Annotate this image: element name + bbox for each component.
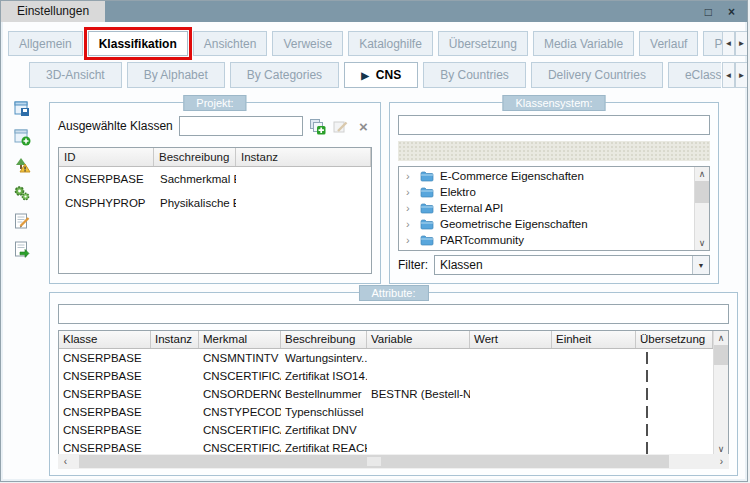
tab-media-variable[interactable]: Media Variable bbox=[533, 31, 634, 56]
expand-chevron-icon[interactable]: › bbox=[406, 202, 414, 214]
scrollbar-thumb[interactable] bbox=[714, 345, 728, 365]
column-header-merkmal[interactable]: Merkmal bbox=[199, 331, 281, 348]
secondary-tab-bar: 3D-Ansicht By Alphabet By Categories ▶ C… bbox=[29, 62, 721, 88]
component-warning-icon[interactable] bbox=[13, 156, 31, 174]
attribute-search-input[interactable] bbox=[58, 304, 729, 324]
column-header-instanz[interactable]: Instanz bbox=[151, 331, 199, 348]
scroll-up-icon[interactable]: ∧ bbox=[714, 331, 728, 345]
attribute-table-header: Klasse Instanz Merkmal Beschreibung Vari… bbox=[59, 331, 713, 349]
filter-row: Filter: Klassen ▼ bbox=[398, 255, 710, 275]
tree-item-geometrische[interactable]: › Geometrische Eigenschaften bbox=[399, 216, 694, 232]
tab-by-countries[interactable]: By Countries bbox=[423, 62, 526, 88]
scrollbar-thumb[interactable] bbox=[695, 181, 709, 203]
tab-uebersetzung[interactable]: Übersetzung bbox=[438, 31, 528, 56]
scroll-down-icon[interactable]: ∨ bbox=[695, 236, 709, 250]
uebersetzung-checkbox[interactable] bbox=[646, 442, 648, 454]
attribute-caption: Attribute: bbox=[358, 285, 428, 301]
tab-delivery-countries[interactable]: Delivery Countries bbox=[531, 62, 663, 88]
selected-classes-row: Ausgewählte Klassen × bbox=[58, 116, 372, 136]
tree-item-ecommerce[interactable]: › E-Commerce Eigenschaften bbox=[399, 168, 694, 184]
tab-verweise[interactable]: Verweise bbox=[272, 31, 343, 56]
attribute-panel: Attribute: Klasse Instanz Merkmal Beschr… bbox=[49, 292, 738, 476]
hscroll-track[interactable] bbox=[73, 454, 714, 469]
table-row[interactable]: CNSERPBASE CNSORDERNO Bestellnummer BEST… bbox=[59, 385, 713, 403]
projekt-table-header: ID Beschreibung Instanz bbox=[59, 148, 371, 167]
folder-icon bbox=[420, 235, 434, 246]
scroll-up-icon[interactable]: ∧ bbox=[695, 167, 709, 181]
tree-item-partcommunity[interactable]: › PARTcommunity bbox=[399, 232, 694, 248]
tab-eclass-41[interactable]: eClass 4.1 bbox=[668, 62, 721, 88]
play-icon: ▶ bbox=[361, 70, 369, 81]
filter-dropdown[interactable]: Klassen ▼ bbox=[434, 255, 710, 275]
chevron-down-icon[interactable]: ▼ bbox=[692, 256, 709, 274]
tab-by-alphabet[interactable]: By Alphabet bbox=[127, 62, 225, 88]
uebersetzung-checkbox[interactable] bbox=[646, 424, 648, 436]
uebersetzung-checkbox[interactable] bbox=[646, 388, 648, 400]
uebersetzung-checkbox[interactable] bbox=[646, 370, 648, 382]
filter-value: Klassen bbox=[435, 258, 692, 272]
table-row[interactable]: CNSERPBASE CNSCERTIFICA... Zertifikat DN… bbox=[59, 421, 713, 439]
close-icon[interactable]: × bbox=[728, 6, 735, 18]
tree-item-list: › E-Commerce Eigenschaften › Elektro › E… bbox=[399, 167, 694, 250]
tab-scroll-right-icon[interactable]: ► bbox=[735, 62, 748, 88]
klassensystem-caption: Klassensystem: bbox=[502, 95, 605, 111]
tab-kataloghilfe[interactable]: Kataloghilfe bbox=[348, 31, 433, 56]
tab-allgemein[interactable]: Allgemein bbox=[8, 31, 83, 56]
scroll-left-icon[interactable]: ‹ bbox=[58, 454, 73, 469]
column-header-beschreibung[interactable]: Beschreibung bbox=[154, 148, 236, 166]
document-edit-icon[interactable] bbox=[13, 212, 31, 230]
attribute-table-main: Klasse Instanz Merkmal Beschreibung Vari… bbox=[59, 331, 713, 456]
tab-scroll-left-icon[interactable]: ◄ bbox=[722, 31, 735, 56]
selected-classes-input[interactable] bbox=[179, 116, 303, 136]
column-header-instanz[interactable]: Instanz bbox=[236, 148, 371, 166]
tab-scroll-right-icon[interactable]: ► bbox=[735, 31, 748, 56]
klassensystem-panel: Klassensystem: › E-Commerce Eigenschafte… bbox=[389, 102, 719, 284]
column-header-id[interactable]: ID bbox=[59, 148, 154, 166]
selected-classes-label: Ausgewählte Klassen bbox=[58, 119, 173, 133]
attribute-hscrollbar: ‹ › bbox=[58, 454, 729, 469]
column-header-uebersetzung[interactable]: Übersetzung bbox=[636, 331, 713, 348]
tab-3d-ansicht[interactable]: 3D-Ansicht bbox=[29, 62, 122, 88]
expand-chevron-icon[interactable]: › bbox=[406, 234, 414, 246]
tab-scroll-left-icon[interactable]: ◄ bbox=[722, 62, 735, 88]
tab-by-categories[interactable]: By Categories bbox=[230, 62, 339, 88]
table-row[interactable]: CNSPHYPROP Physikalische Ei... bbox=[59, 191, 371, 215]
filter-label: Filter: bbox=[398, 258, 428, 272]
tab-verlauf[interactable]: Verlauf bbox=[639, 31, 698, 56]
process-gears-icon[interactable] bbox=[13, 184, 31, 202]
maximize-icon[interactable]: □ bbox=[705, 6, 712, 18]
tab-cns[interactable]: ▶ CNS bbox=[344, 62, 418, 88]
scroll-right-icon[interactable]: › bbox=[714, 454, 729, 469]
tab-ansichten[interactable]: Ansichten bbox=[193, 31, 268, 56]
attribute-table: Klasse Instanz Merkmal Beschreibung Vari… bbox=[58, 330, 729, 457]
expand-chevron-icon[interactable]: › bbox=[406, 186, 414, 198]
table-row[interactable]: CNSERPBASE Sachmerkmal Ei... bbox=[59, 167, 371, 191]
expand-chevron-icon[interactable]: › bbox=[406, 218, 414, 230]
scrollbar-gripper bbox=[367, 457, 381, 466]
expand-chevron-icon[interactable]: › bbox=[406, 170, 414, 182]
uebersetzung-checkbox[interactable] bbox=[646, 406, 648, 418]
tab-klassifikation[interactable]: Klassifikation bbox=[88, 31, 188, 56]
add-class-icon[interactable] bbox=[309, 118, 326, 135]
uebersetzung-checkbox[interactable] bbox=[646, 352, 648, 364]
column-header-einheit[interactable]: Einheit bbox=[552, 331, 636, 348]
tree-item-external-api[interactable]: › External API bbox=[399, 200, 694, 216]
table-row[interactable]: CNSERPBASE CNSMNTINTV Wartungsinterv... bbox=[59, 349, 713, 367]
scrollbar-thumb[interactable] bbox=[79, 455, 669, 468]
column-header-beschreibung[interactable]: Beschreibung bbox=[281, 331, 367, 348]
projekt-table: ID Beschreibung Instanz CNSERPBASE Sachm… bbox=[58, 147, 372, 274]
form-save-icon[interactable] bbox=[13, 100, 31, 118]
form-add-icon[interactable] bbox=[13, 128, 31, 146]
klassensystem-search-input[interactable] bbox=[398, 115, 710, 135]
table-row[interactable]: CNSERPBASE CNSCERTIFICA... Zertifikat IS… bbox=[59, 367, 713, 385]
edit-class-icon[interactable] bbox=[332, 118, 349, 135]
tree-item-elektro[interactable]: › Elektro bbox=[399, 184, 694, 200]
projekt-panel: Projekt: Ausgewählte Klassen × ID Beschr… bbox=[49, 102, 381, 284]
column-header-wert[interactable]: Wert bbox=[470, 331, 552, 348]
table-row[interactable]: CNSERPBASE CNSTYPECODE Typenschlüssel bbox=[59, 403, 713, 421]
remove-class-icon[interactable]: × bbox=[355, 118, 372, 135]
document-export-icon[interactable] bbox=[13, 240, 31, 258]
column-header-variable[interactable]: Variable bbox=[367, 331, 470, 348]
primary-tab-bar: Allgemein Klassifikation Ansichten Verwe… bbox=[8, 31, 719, 56]
column-header-klasse[interactable]: Klasse bbox=[59, 331, 151, 348]
